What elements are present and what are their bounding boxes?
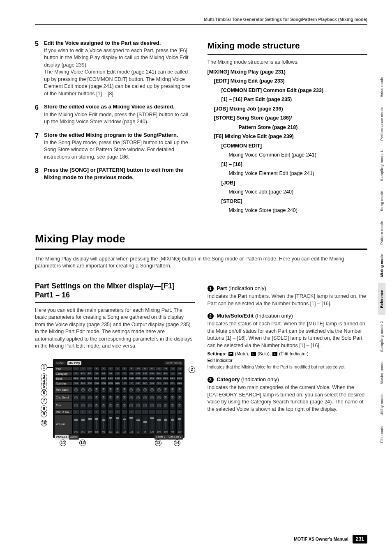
tab-part1-16: Part1-16: [55, 435, 69, 440]
row-bank: BankPREPREPREPREPREPREPREPREPREPREPDPDPR…: [55, 376, 183, 381]
callout-10: 10: [41, 420, 47, 426]
side-tab-file-mode: File mode: [378, 422, 386, 447]
settings-label: Settings:: [208, 351, 227, 356]
row-knobs: [73, 386, 183, 394]
side-tab-song-mode: Song mode: [378, 187, 386, 215]
step-number: 6: [35, 103, 44, 130]
mode-label: SONG: [55, 361, 66, 365]
lead-line: [47, 367, 53, 368]
solo-icon: S: [251, 352, 256, 356]
tree-item-sub: Mixing Voice Job (page 240): [208, 189, 368, 196]
row-cells: STEGETDRBABAGTGTBADRDRDRFNFN--BA: [73, 371, 183, 376]
row-label: Cho Send: [55, 394, 73, 401]
param-1-text: Indicates the Part numbers. When the [TR…: [208, 293, 368, 307]
tree-item: [COMMON EDIT] Common Edit (page 233): [208, 87, 368, 94]
tree-root: [MIXING] Mixing Play (page 231): [208, 69, 368, 76]
row-label: Part: [55, 366, 73, 371]
step-title: Store the edited voice as a Mixing Voice…: [44, 103, 195, 111]
edit-indicator-text: Indicates that the Mixing Voice for the …: [208, 364, 368, 370]
callout-2: 2: [189, 366, 195, 373]
edit-indicator-icon: E: [272, 352, 277, 356]
row-label: Pan: [55, 402, 73, 409]
param-2-text: Indicates the status of each Part. When …: [208, 320, 368, 349]
row-label: Number: [55, 381, 73, 386]
side-tabs: Voice mode Performance mode Sampling mod…: [378, 73, 386, 447]
step-8: 8 Press the [SONG] or [PATTERN] button t…: [35, 166, 195, 181]
device-screen: SONG Mix Play OverTheTop Part12345678910…: [53, 359, 184, 438]
tree-item: [1] – [16]: [208, 161, 368, 168]
tree-item: [COMMON EDIT]: [208, 143, 368, 150]
tree-item: [STORE]: [208, 198, 368, 205]
page-number: 231: [353, 535, 367, 543]
lead-line: [184, 370, 189, 370]
step-title: Edit the Voice assigned to the Part as d…: [44, 39, 195, 47]
settings-text: (Mute),: [234, 351, 251, 356]
tab-row: Part1-16 Audio Effect ▸ Vce Edit ▸: [55, 435, 183, 440]
param-meta: (Indication only): [227, 285, 266, 291]
upper-columns: 5 Edit the Voice assigned to the Part as…: [35, 39, 367, 216]
row-sliders: 1001011091089612111910312193761201001009…: [73, 415, 183, 434]
callout-1: 1: [41, 364, 47, 371]
row-cells-check: ✓✓✓✓✓✓✓✓✓: [73, 410, 183, 414]
settings-text: (Edit Indicator): [278, 351, 309, 356]
lower-columns: Part Settings on the Mixer display—[F1] …: [35, 281, 367, 452]
left-column-steps: 5 Edit the Voice assigned to the Part as…: [35, 39, 195, 216]
row-volume: Volume1001011091089612111910312193761201…: [55, 415, 183, 434]
side-tab-master-mode: Master mode: [378, 358, 386, 388]
param-number-icon: 1: [208, 286, 214, 292]
param-1-heading: 1 Part (Indication only): [208, 285, 368, 292]
step-text: If you wish to edit a Voice assigned to …: [44, 47, 195, 98]
callout-7: 7: [41, 398, 47, 404]
row-insfx: Ins FX Sw✓✓✓✓✓✓✓✓✓: [55, 410, 183, 414]
param-2-heading: 2 Mute/Solo/Edit (Indication only): [208, 312, 368, 320]
step-number: 8: [35, 166, 44, 181]
row-chosend: Cho Send: [55, 394, 183, 401]
param-name: Mute/Solo/Edit: [217, 313, 254, 319]
tree-item: [EDIT] Mixing Edit (page 233): [208, 78, 368, 85]
row-cells: 0011071300080080080991181060951080010010…: [73, 381, 183, 386]
callout-12: 12: [79, 440, 86, 446]
right-column-structure: Mixing mode structure The Mixing mode st…: [208, 39, 368, 216]
row-number: Number0011071300080080080991181060951080…: [55, 381, 183, 386]
mixer-display-illustration: SONG Mix Play OverTheTop Part12345678910…: [35, 357, 195, 452]
callout-13: 13: [155, 440, 161, 446]
tree-item-sub: Mixing Voice Store (page 240): [208, 207, 368, 214]
callout-5: 5: [41, 383, 47, 390]
row-pan: Pan: [55, 402, 183, 409]
tab-effect: Effect ▸: [154, 435, 167, 440]
section-description: The Mixing Play display will appear when…: [35, 256, 367, 270]
tree-item-sub: Mixing Voice Element Edit (page 241): [208, 170, 368, 177]
tree-item: [F6] Mixing Voice Edit (page 239): [208, 133, 368, 140]
side-tab-utility-mode: Utility mode: [378, 391, 386, 419]
param-2-settings: Settings: ⅿ (Mute), S (Solo), E (Edit In…: [208, 351, 368, 357]
step-7: 7 Store the edited Mixing program to the…: [35, 131, 195, 166]
tree-item-sub: Mixing Voice Common Edit (page 241): [208, 152, 368, 159]
row-cells: 12345678910111213141516: [73, 366, 183, 371]
row-category: CategorySTEGETDRBABAGTGTBADRDRDRFNFN--BA: [55, 371, 183, 376]
side-tab-performance-mode: Performance mode: [378, 104, 386, 145]
titlebar: SONG Mix Play OverTheTop: [55, 361, 183, 366]
row-label: Volume: [55, 415, 73, 434]
step-6: 6 Store the edited voice as a Mixing Voi…: [35, 103, 195, 130]
side-tab-sampling-mode-2: Sampling mode 2: [378, 318, 386, 356]
structure-intro: The Mixing mode structure is as follows:: [208, 59, 368, 66]
callout-9: 9: [41, 411, 47, 417]
side-tab-mixing-mode: Mixing mode: [378, 251, 386, 281]
row-revsend: Rev Send: [55, 386, 183, 394]
tab-audio: Audio: [69, 435, 79, 440]
lower-right-column: 1 Part (Indication only) Indicates the P…: [208, 281, 368, 452]
side-tab-pattern-mode: Pattern mode: [378, 217, 386, 249]
structure-heading: Mixing mode structure: [208, 39, 368, 51]
callout-14: 14: [174, 440, 180, 446]
step-title: Press the [SONG] or [PATTERN] button to …: [44, 166, 195, 181]
step-number: 7: [35, 131, 44, 166]
row-cells: PREPREPREPREPREPREPREPREPREPREPDPDPREPRE…: [73, 376, 183, 381]
page-header: Multi-Timbral Tone Generator Settings fo…: [35, 16, 367, 25]
subsection-text: Here you can edit the main parameters fo…: [35, 307, 195, 350]
row-label: Ins FX Sw: [55, 410, 73, 414]
page-footer: MOTIF XS Owner's Manual 231: [294, 535, 367, 543]
subtitle-label: Mix Play: [67, 361, 81, 365]
param-number-icon: 2: [208, 313, 214, 319]
rule: [208, 54, 368, 55]
row-part: Part12345678910111213141516: [55, 366, 183, 371]
